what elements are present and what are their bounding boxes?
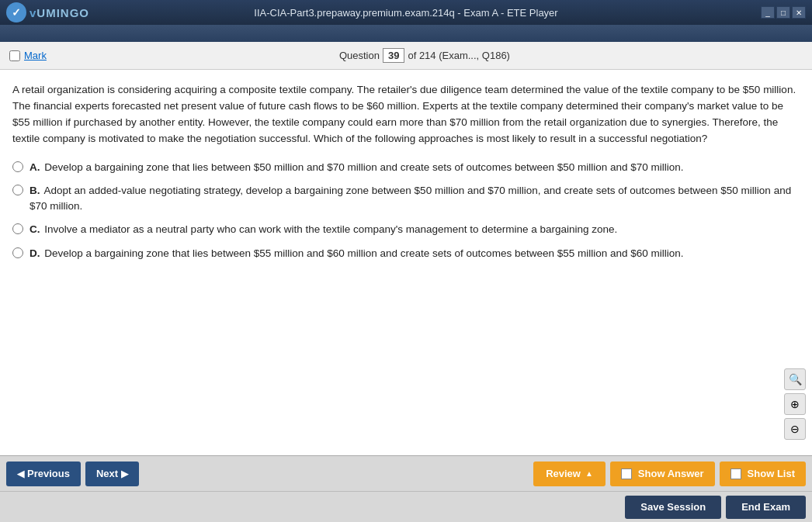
option-a-text: A. Develop a bargaining zone that lies b… bbox=[29, 160, 800, 175]
next-button[interactable]: Next ▶ bbox=[85, 462, 139, 486]
option-c[interactable]: C. Involve a mediator as a neutral party… bbox=[12, 222, 800, 237]
accent-bar bbox=[0, 25, 812, 42]
show-answer-button[interactable]: Show Answer bbox=[610, 462, 715, 486]
question-total: of 214 (Exam..., Q186) bbox=[408, 50, 510, 61]
radio-d[interactable] bbox=[12, 247, 23, 258]
options-list: A. Develop a bargaining zone that lies b… bbox=[12, 160, 800, 261]
option-a[interactable]: A. Develop a bargaining zone that lies b… bbox=[12, 160, 800, 175]
radio-c[interactable] bbox=[12, 223, 23, 234]
mark-label[interactable]: Mark bbox=[24, 50, 47, 61]
zoom-out-icon[interactable]: ⊖ bbox=[784, 418, 806, 440]
bottom-nav: ◀ Previous Next ▶ Review ▲ Show Answer S… bbox=[0, 455, 812, 491]
question-number: 39 bbox=[383, 48, 404, 63]
zoom-in-icon[interactable]: ⊕ bbox=[784, 393, 806, 415]
save-session-button[interactable]: Save Session bbox=[625, 496, 721, 519]
side-icons: 🔍 ⊕ ⊖ bbox=[784, 368, 806, 440]
radio-b[interactable] bbox=[12, 185, 23, 195]
prev-arrow-icon: ◀ bbox=[17, 468, 24, 479]
option-b[interactable]: B. Adopt an added-value negotiating stra… bbox=[12, 183, 800, 215]
option-d[interactable]: D. Develop a bargaining zone that lies b… bbox=[12, 246, 800, 261]
end-exam-button[interactable]: End Exam bbox=[726, 496, 806, 519]
radio-a[interactable] bbox=[12, 161, 23, 172]
close-button[interactable]: ✕ bbox=[792, 6, 806, 19]
next-arrow-icon: ▶ bbox=[121, 468, 128, 479]
option-b-text: B. Adopt an added-value negotiating stra… bbox=[29, 183, 800, 215]
window-title: IIA-CIA-Part3.prepaway.premium.exam.214q… bbox=[254, 7, 557, 19]
question-label: Question bbox=[339, 50, 380, 61]
previous-button[interactable]: ◀ Previous bbox=[6, 462, 81, 486]
review-arrow-icon: ▲ bbox=[585, 469, 593, 478]
show-list-checkbox-icon bbox=[730, 468, 741, 479]
search-icon[interactable]: 🔍 bbox=[784, 368, 806, 390]
logo-icon: ✓ bbox=[6, 2, 26, 22]
show-list-button[interactable]: Show List bbox=[720, 462, 806, 486]
question-info: Question 39 of 214 (Exam..., Q186) bbox=[339, 48, 510, 63]
review-button[interactable]: Review ▲ bbox=[533, 462, 606, 486]
logo-text: vUMINGO bbox=[29, 6, 89, 19]
question-text: A retail organization is considering acq… bbox=[12, 82, 800, 147]
main-content: A retail organization is considering acq… bbox=[0, 70, 812, 455]
title-bar: ✓ vUMINGO IIA-CIA-Part3.prepaway.premium… bbox=[0, 0, 812, 25]
show-answer-checkbox-icon bbox=[621, 468, 632, 479]
mark-section[interactable]: Mark bbox=[9, 50, 47, 61]
window-controls: _ □ ✕ bbox=[761, 6, 806, 19]
bottom-actions: Save Session End Exam bbox=[0, 491, 812, 522]
option-c-text: C. Involve a mediator as a neutral party… bbox=[29, 222, 800, 237]
logo: ✓ vUMINGO bbox=[6, 2, 89, 22]
option-d-text: D. Develop a bargaining zone that lies b… bbox=[29, 246, 800, 261]
toolbar: Mark Question 39 of 214 (Exam..., Q186) bbox=[0, 42, 812, 70]
mark-checkbox[interactable] bbox=[9, 50, 20, 61]
maximize-button[interactable]: □ bbox=[776, 6, 790, 19]
minimize-button[interactable]: _ bbox=[761, 6, 775, 19]
